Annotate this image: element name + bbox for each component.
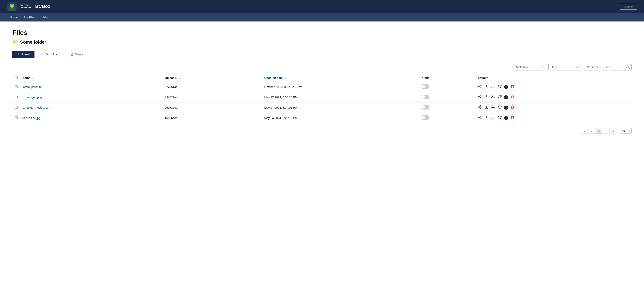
row-name-cell: lorem-ipsum.txt (20, 82, 162, 92)
info-icon[interactable]: i (504, 85, 508, 89)
delete-file-icon[interactable] (510, 115, 515, 121)
row-name-cell: this-is-fine.jpg (20, 113, 162, 123)
row-objectid-cell: 99e836ca (162, 103, 262, 113)
row-date-cell: May 24 2024, 5:20:10 PM (262, 113, 418, 123)
manage-users-icon[interactable] (491, 105, 495, 110)
row-actions-cell: i (475, 82, 632, 92)
row-objectid-cell: 45586a8a (162, 113, 262, 123)
svg-point-12 (480, 87, 482, 88)
row-public-cell (418, 103, 475, 113)
row-checkbox-cell (12, 82, 20, 92)
first-page-button[interactable]: « (581, 128, 588, 134)
row-public-cell (418, 82, 475, 92)
actions-column-header: Actions (475, 74, 632, 82)
main-nav: Home My Files Help (0, 13, 644, 22)
svg-point-25 (478, 107, 480, 108)
public-col-label: Public (421, 76, 430, 80)
select-all-checkbox[interactable] (15, 76, 18, 79)
tags-select[interactable]: Tags (548, 64, 582, 71)
download-button[interactable]: ⬇ Download (37, 51, 63, 58)
manage-users-icon[interactable] (491, 94, 495, 100)
row-checkbox[interactable] (15, 96, 18, 98)
row-date-cell: May 27 2024, 3:34:01 PM (262, 103, 418, 113)
sync-icon[interactable] (498, 94, 502, 100)
svg-point-26 (480, 108, 482, 109)
svg-point-37 (492, 116, 493, 117)
svg-point-33 (480, 118, 482, 119)
page-size-wrapper: 10 25 50 100 ▼ (618, 128, 632, 134)
file-table: Name ↑↓ Object ID ↑↓ Updated date ↓≡ Pub… (12, 74, 632, 123)
search-button[interactable]: 🔍 (624, 64, 631, 71)
row-checkbox[interactable] (15, 85, 18, 88)
svg-point-10 (480, 85, 482, 86)
manage-users-icon[interactable] (491, 115, 495, 121)
download-icon: ⬇ (42, 53, 44, 56)
nav-home[interactable]: Home (6, 13, 21, 22)
main-content: Files 📁 Some folder ⬆ Upload ⬇ Download … (0, 22, 644, 293)
file-link[interactable]: lorem-ipsum.txt (22, 85, 42, 89)
svg-line-21 (480, 96, 480, 97)
svg-point-16 (492, 85, 493, 86)
delete-file-icon[interactable] (510, 84, 515, 90)
name-column-header[interactable]: Name ↑↓ (20, 74, 162, 82)
table-header: Name ↑↓ Object ID ↑↓ Updated date ↓≡ Pub… (12, 74, 632, 82)
app-title: BCBox (35, 4, 50, 9)
table-row: lorem-ipsum.txt 3749544e October 10 2023… (12, 82, 632, 92)
sync-icon[interactable] (498, 115, 502, 121)
public-toggle[interactable] (421, 95, 430, 99)
svg-line-14 (480, 86, 480, 86)
download-file-icon[interactable] (484, 115, 489, 121)
download-file-icon[interactable] (484, 105, 489, 110)
table-row: coms-sync.png 54b829e4 May 27 2024, 4:33… (12, 92, 632, 103)
svg-line-28 (480, 106, 480, 107)
metadata-select[interactable]: Metadata (513, 64, 546, 71)
tags-filter-wrapper: Tags ▼ (548, 64, 582, 71)
filter-row: Metadata ▼ Tags ▼ 🔍 (12, 64, 632, 71)
download-file-icon[interactable] (484, 84, 489, 90)
date-column-header[interactable]: Updated date ↓≡ (262, 74, 418, 82)
share-icon[interactable] (478, 115, 482, 121)
info-icon[interactable]: i (504, 116, 508, 120)
action-buttons: i (478, 115, 629, 121)
svg-point-11 (478, 86, 480, 87)
file-link[interactable]: contexts_movies.json (22, 106, 50, 109)
header-left: BRITISH COLUMBIA BCBox (6, 2, 50, 11)
last-page-button[interactable]: » (610, 128, 617, 134)
sync-icon[interactable] (498, 84, 502, 90)
objectid-column-header[interactable]: Object ID ↑↓ (162, 74, 262, 82)
info-icon[interactable]: i (504, 95, 508, 99)
download-file-icon[interactable] (484, 94, 489, 100)
upload-button[interactable]: ⬆ Upload (12, 51, 34, 58)
page-size-select[interactable]: 10 25 50 100 (620, 128, 632, 134)
next-page-button[interactable]: › (603, 128, 610, 134)
delete-button[interactable]: 🗑 Delete (66, 51, 88, 58)
share-icon[interactable] (478, 84, 482, 90)
date-col-label: Updated date (264, 76, 283, 80)
public-toggle[interactable] (421, 84, 430, 89)
delete-file-icon[interactable] (510, 94, 515, 100)
public-toggle[interactable] (421, 105, 430, 110)
manage-users-icon[interactable] (491, 84, 495, 90)
bc-logo-icon (6, 2, 17, 11)
share-icon[interactable] (478, 94, 482, 100)
file-link[interactable]: this-is-fine.jpg (22, 116, 40, 120)
nav-help[interactable]: Help (38, 13, 51, 22)
row-date-cell: May 27 2024, 4:33:10 PM (262, 92, 418, 103)
row-checkbox[interactable] (15, 106, 18, 109)
row-public-cell (418, 92, 475, 103)
prev-page-button[interactable]: ‹ (588, 128, 595, 134)
current-page-button[interactable]: 1 (596, 128, 602, 134)
logout-button[interactable]: Log out (620, 3, 638, 10)
nav-my-files[interactable]: My Files (21, 13, 38, 22)
row-objectid-cell: 54b829e4 (162, 92, 262, 103)
public-toggle[interactable] (421, 115, 430, 120)
folder-icon: 📁 (12, 40, 18, 45)
delete-file-icon[interactable] (510, 105, 515, 110)
info-icon[interactable]: i (504, 106, 508, 110)
share-icon[interactable] (478, 105, 482, 110)
file-link[interactable]: coms-sync.png (22, 96, 42, 99)
row-checkbox[interactable] (15, 116, 18, 119)
upload-label: Upload (21, 53, 30, 56)
name-col-label: Name (22, 76, 30, 80)
sync-icon[interactable] (498, 105, 502, 110)
